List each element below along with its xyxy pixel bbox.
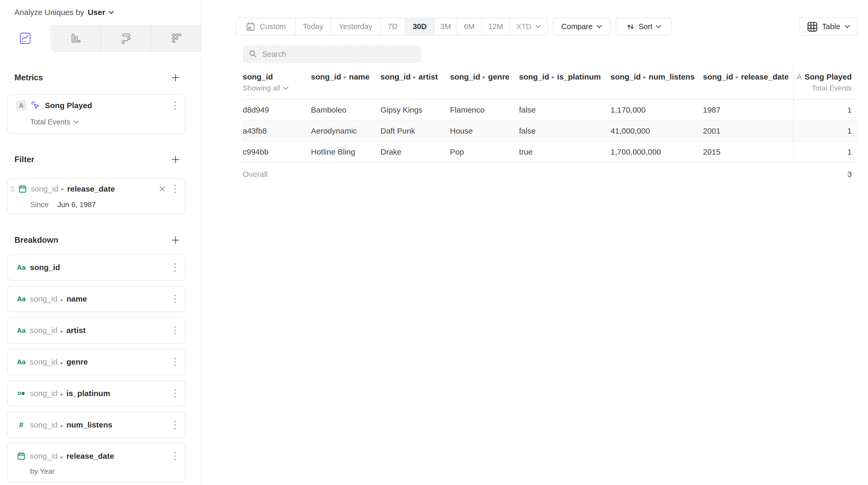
column-header[interactable]: song_id▸num_listens [611,66,703,99]
breakdown-property: num_listens [66,420,112,429]
breakdown-item[interactable]: # song_id▸num_listens [7,412,186,438]
inactive-tab-group [51,25,201,52]
number-property-icon: # [16,421,26,429]
metric-series-badge: A [16,100,27,111]
column-header-song-id[interactable]: song_id Showing all [243,66,311,99]
view-type-button[interactable]: Table [800,17,858,36]
filter-section-header: Filter [0,155,201,164]
click-event-icon [30,100,41,111]
filter-kebab-menu[interactable] [173,183,177,195]
sort-button[interactable]: Sort [616,18,672,35]
breakdown-bucket-selector[interactable]: by Year [30,467,55,476]
search-input[interactable] [262,50,399,59]
plus-icon [171,73,180,82]
column-header-metric[interactable]: ASong Played Total Events [793,66,858,99]
metric-value: 1 [793,100,858,120]
chevron-down-icon [73,120,79,124]
showing-all-selector[interactable]: Showing all [243,84,311,92]
metric-value: 1 [793,142,858,162]
caret-separator: ▸ [61,186,64,192]
tab-flows[interactable] [100,25,151,52]
results-table: song_id Showing all song_id▸name song_id… [243,66,858,186]
chevron-down-icon [844,25,850,29]
column-header[interactable]: song_id▸name [311,66,380,99]
line-chart-icon [19,32,31,44]
bar-chart-icon [69,32,82,44]
filter-property: release_date [67,184,115,193]
sort-arrows-icon [626,22,635,31]
breakdown-item[interactable]: song_id▸release_date by Year [7,443,186,482]
chevron-down-icon [656,25,661,29]
text-property-icon: Aa [16,264,26,272]
breakdown-kebab-menu[interactable] [173,450,177,462]
remove-filter-button[interactable] [158,185,166,193]
boolean-property-icon [16,389,26,398]
column-header[interactable]: song_id▸is_platinum [519,66,611,99]
filter-operator[interactable]: Since [30,201,49,209]
table-row[interactable]: d8d949BamboleoGipsy KingsFlamencofalse1,… [243,100,858,121]
column-header[interactable]: song_id▸artist [380,66,450,99]
close-icon [158,185,166,193]
breakdown-kebab-menu[interactable] [173,356,177,368]
analysis-header: Analyze Uniques by User [0,0,201,25]
visualization-tab-bar [0,25,201,52]
add-metric-button[interactable] [171,73,180,82]
breakdown-title: Breakdown [14,235,58,245]
filter-value[interactable]: Jun 6, 1987 [58,201,96,209]
date-range-7d[interactable]: 7D [380,19,405,35]
date-range-30d-active[interactable]: 30D [405,19,434,35]
breakdown-item[interactable]: Aa song_id▸genre [7,349,186,375]
table-overall-row: Overall 3 [243,163,858,186]
chevron-down-icon [283,86,289,90]
date-range-custom[interactable]: Custom [236,19,295,35]
breakdown-kebab-menu[interactable] [173,293,177,305]
tab-retention[interactable] [151,25,201,52]
column-header[interactable]: song_id▸genre [450,66,519,99]
tab-insights-active[interactable] [0,25,51,52]
text-property-icon: Aa [16,295,26,303]
tab-bar-chart[interactable] [51,25,101,52]
date-range-3m[interactable]: 3M [434,19,457,35]
metrics-section-header: Metrics [0,73,201,83]
column-header[interactable]: song_id▸release_date [703,66,793,99]
compare-button[interactable]: Compare [553,18,611,35]
date-range-12m[interactable]: 12M [482,19,509,35]
analysis-header-label: Analyze Uniques by [14,8,84,17]
breakdown-kebab-menu[interactable] [173,388,177,399]
table-search [243,46,421,63]
metric-kebab-menu[interactable] [173,100,177,111]
date-range-control: Custom Today Yesterday 7D 30D 3M 6M 12M … [236,18,548,35]
add-filter-button[interactable] [171,155,180,164]
metric-aggregation-value: Total Events [30,118,70,126]
add-breakdown-button[interactable] [171,236,180,245]
filter-parent-property: song_id [31,184,58,193]
metric-aggregation-selector[interactable]: Total Events [30,118,79,126]
breakdown-item[interactable]: Aa song_id▸artist [7,317,186,343]
breakdown-item[interactable]: song_id▸is_platinum [7,380,186,406]
entity-selector[interactable]: User [88,8,114,17]
search-icon [248,50,257,59]
breakdown-kebab-menu[interactable] [173,262,177,273]
table-grid-icon [807,21,818,32]
text-property-icon: Aa [16,358,26,366]
table-row[interactable]: a43fb8AerodynamicDaft PunkHousefalse41,0… [243,121,858,142]
date-range-6m[interactable]: 6M [457,19,482,35]
breakdown-kebab-menu[interactable] [173,419,177,431]
breakdown-property: release_date [66,452,114,460]
chevron-down-icon [535,25,541,29]
date-range-yesterday[interactable]: Yesterday [330,19,380,35]
calendar-icon [246,22,255,32]
filter-card[interactable]: song_id ▸ release_date Since Jun 6, 1987 [7,179,186,214]
table-row[interactable]: c994bbHotline BlingDrakePoptrue1,700,000… [243,142,858,163]
date-range-xtd[interactable]: XTD [509,19,547,35]
breakdown-kebab-menu[interactable] [173,325,177,336]
metrics-title: Metrics [14,73,43,83]
metric-card[interactable]: A Song Played Total Events [7,94,186,133]
breakdown-item[interactable]: Aa song_id [7,254,186,280]
chevron-down-icon [596,25,602,29]
breakdown-item[interactable]: Aa song_id▸name [7,286,186,312]
date-range-today[interactable]: Today [295,19,330,35]
drag-handle-icon[interactable] [10,187,15,191]
report-main: Custom Today Yesterday 7D 30D 3M 6M 12M … [202,0,868,485]
plus-icon [171,155,180,164]
